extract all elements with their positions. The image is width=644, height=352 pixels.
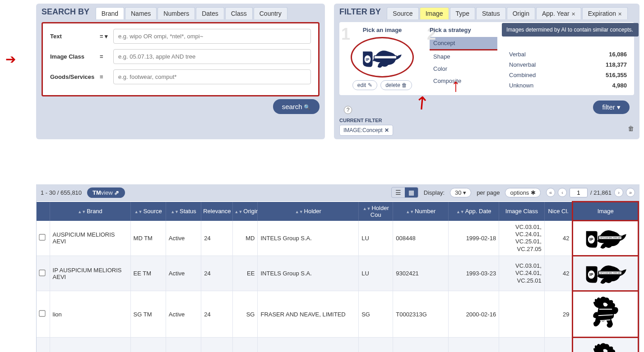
col-header[interactable]: ▲▼Status: [166, 202, 201, 221]
col-header[interactable]: ▲▼Origin: [232, 202, 258, 221]
tab-close-icon[interactable]: ✕: [618, 11, 622, 17]
pager-prev[interactable]: ‹: [558, 188, 567, 197]
cell-holder: INTELS Group S.A.: [258, 256, 359, 291]
step1-title: Pick an image: [344, 27, 421, 33]
search-tab-names[interactable]: Names: [125, 7, 157, 19]
count-label: Verbal: [509, 51, 526, 58]
filter-tab-image[interactable]: Image: [420, 7, 449, 19]
table-row[interactable]: No Verbal ElementsMY TMActive24MYFRASER …: [37, 338, 639, 352]
filter-tab-origin[interactable]: Origin: [507, 7, 535, 19]
strategy-shape[interactable]: Shape: [430, 50, 497, 63]
cell-nice: 42: [544, 221, 573, 256]
help-button[interactable]: ?: [344, 106, 352, 114]
op-goods: =: [100, 73, 113, 80]
text-input[interactable]: [113, 29, 311, 44]
cell-appdate: 2000-02-16: [449, 291, 499, 338]
annotation-arrow-diag: ↗: [409, 89, 434, 115]
cell-holder: FRASER AND NEAVE, LIMITED: [258, 291, 359, 338]
search-tab-country[interactable]: Country: [254, 7, 287, 19]
col-header[interactable]: Image: [573, 202, 639, 221]
cell-imgclass: [499, 338, 545, 352]
col-header[interactable]: ▲▼Source: [130, 202, 166, 221]
op-text[interactable]: = ▾: [100, 33, 113, 40]
cell-holder-country: LU: [359, 256, 393, 291]
col-header[interactable]: ▲▼Holder: [258, 202, 359, 221]
col-header[interactable]: Nice Cl.: [544, 202, 573, 221]
view-toggle[interactable]: ☰ ▦: [391, 187, 418, 198]
cell-source: SG TM: [130, 291, 166, 338]
filter-tab-type[interactable]: Type: [450, 7, 475, 19]
strategy-color[interactable]: Color: [430, 63, 497, 75]
col-header[interactable]: Image Class: [499, 202, 545, 221]
strategy-concept[interactable]: Concept: [430, 37, 497, 50]
cell-image: [573, 256, 639, 291]
count-row[interactable]: Verbal16,086: [506, 49, 630, 59]
row-checkbox[interactable]: [39, 270, 45, 276]
count-row[interactable]: Unknown4,980: [506, 80, 630, 91]
count-label: Nonverbal: [509, 61, 536, 68]
filter-tab-expiration[interactable]: Expiration✕: [582, 7, 628, 19]
col-header[interactable]: [37, 202, 50, 221]
picked-image: IP: [351, 37, 414, 78]
table-row[interactable]: AUSPICIUM MELIORIS AEVIMD TMActive24MDIN…: [37, 221, 639, 256]
cell-status: Active: [166, 256, 201, 291]
pager-last[interactable]: »: [626, 188, 635, 197]
options-button[interactable]: options ✱: [505, 188, 541, 197]
count-row[interactable]: Nonverbal118,377: [506, 59, 630, 70]
filter-chip[interactable]: IMAGE:Concept✕: [339, 125, 393, 136]
filter-body: 1 Pick an image IP edit ✎: [339, 22, 634, 95]
filter-tab-source[interactable]: Source: [387, 7, 418, 19]
strategy-tooltip: Images determined by AI to contain simil…: [502, 23, 639, 37]
cell-status: Active: [166, 338, 201, 352]
strategy-composite[interactable]: Composite: [430, 75, 497, 87]
col-header[interactable]: ▲▼Brand: [50, 202, 130, 221]
search-tab-dates[interactable]: Dates: [196, 7, 224, 19]
goods-input[interactable]: [113, 69, 311, 84]
pager-input[interactable]: [570, 188, 588, 197]
chip-remove-icon[interactable]: ✕: [385, 127, 389, 133]
table-row[interactable]: lionSG TMActive24SGFRASER AND NEAVE, LIM…: [37, 291, 639, 338]
svg-text:IP: IP: [366, 57, 369, 62]
row-checkbox[interactable]: [39, 310, 45, 316]
col-header[interactable]: ▲▼Number: [393, 202, 449, 221]
cell-status: Active: [166, 291, 201, 338]
count-row[interactable]: Combined516,355: [506, 70, 630, 80]
count-value: 118,377: [606, 61, 627, 68]
col-header[interactable]: ▲▼App. Date: [449, 202, 499, 221]
cell-number: T0002313G: [393, 291, 449, 338]
clear-filters-icon[interactable]: 🗑: [628, 125, 634, 132]
filter-button[interactable]: filter ▾: [593, 101, 630, 114]
pager-next[interactable]: ›: [614, 188, 623, 197]
filter-tab-app--year[interactable]: App. Year✕: [536, 7, 581, 19]
pager-first[interactable]: «: [546, 188, 555, 197]
filter-tab-status[interactable]: Status: [476, 7, 506, 19]
col-header[interactable]: ▲▼Holder Cou: [359, 202, 393, 221]
label-text: Text: [50, 33, 100, 40]
search-button[interactable]: search: [273, 99, 320, 114]
tab-close-icon[interactable]: ✕: [571, 11, 575, 17]
per-page-select[interactable]: 30 ▾: [450, 188, 471, 197]
cell-image: [573, 221, 639, 256]
search-title: SEARCH BY: [42, 7, 89, 17]
row-checkbox[interactable]: [39, 234, 45, 241]
search-form: Text = ▾ Image Class = Goods/Services =: [42, 22, 320, 96]
list-view-icon[interactable]: ☰: [392, 187, 405, 197]
cell-origin: MY: [232, 338, 258, 352]
cell-holder-country: LU: [359, 221, 393, 256]
cell-holder-country: SG: [359, 338, 393, 352]
search-tab-numbers[interactable]: Numbers: [158, 7, 195, 19]
edit-image-button[interactable]: edit ✎: [352, 80, 377, 90]
image-class-input[interactable]: [113, 49, 311, 64]
cell-appdate: 2000-01-26: [449, 338, 499, 352]
delete-image-button[interactable]: delete 🗑: [380, 80, 412, 90]
count-value: 16,086: [609, 51, 627, 58]
search-tab-brand[interactable]: Brand: [96, 7, 124, 19]
count-label: Unknown: [509, 82, 533, 89]
grid-view-icon[interactable]: ▦: [405, 187, 418, 197]
search-tab-class[interactable]: Class: [225, 7, 253, 19]
col-header[interactable]: Relevance: [201, 202, 232, 221]
cell-relevance: 24: [201, 338, 232, 352]
cell-holder: FRASER AND NEAVE LIMITED: [258, 338, 359, 352]
tmview-badge[interactable]: TMview ⇗: [87, 187, 125, 198]
table-row[interactable]: IP AUSPICIUM MELIORIS AEVIEE TMActive24E…: [37, 256, 639, 291]
